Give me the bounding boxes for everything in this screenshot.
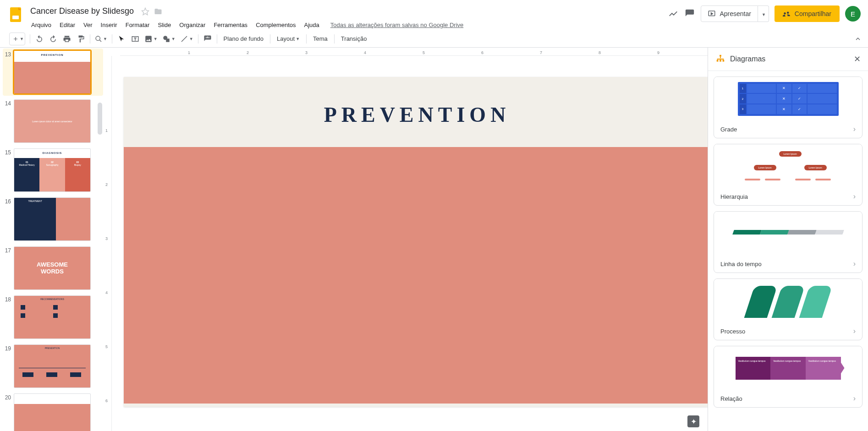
- present-button[interactable]: Apresentar: [701, 5, 758, 22]
- diagram-card-timeline[interactable]: Linha do tempo›: [714, 211, 863, 273]
- svg-rect-10: [720, 60, 721, 62]
- chevron-right-icon: ›: [853, 327, 856, 335]
- slide-stage[interactable]: PREVENTION ✦: [112, 56, 708, 431]
- present-dropdown[interactable]: ▼: [758, 5, 769, 22]
- filmstrip[interactable]: 13PREVENTION14Lorem ipsum dolor sit amet…: [0, 48, 104, 431]
- slide-thumb-16[interactable]: 16TREATMENT: [3, 197, 103, 241]
- canvas-area: 123456789 123456 PREVENTION ✦: [104, 48, 708, 431]
- menu-ver[interactable]: Ver: [80, 20, 96, 30]
- theme-button[interactable]: Tema: [309, 33, 331, 45]
- select-tool[interactable]: [115, 33, 128, 45]
- svg-rect-2: [12, 16, 19, 19]
- print-button[interactable]: [60, 33, 73, 45]
- menu-arquivo[interactable]: Arquivo: [27, 20, 55, 30]
- current-slide[interactable]: PREVENTION: [124, 77, 708, 407]
- new-slide-button[interactable]: ▼: [9, 33, 25, 45]
- menu-formatar[interactable]: Formatar: [122, 20, 154, 30]
- slide-thumb-17[interactable]: 17AWESOMEWORDS: [3, 246, 103, 290]
- title-area: Cancer Disease by Slidesgo Arquivo Edita…: [27, 4, 668, 30]
- app-header: Cancer Disease by Slidesgo Arquivo Edita…: [0, 0, 868, 30]
- menubar: Arquivo Editar Ver Inserir Formatar Slid…: [27, 20, 668, 30]
- zoom-button[interactable]: ▼: [93, 33, 109, 45]
- slide-thumb-15[interactable]: 15DIAGNOSIS01Medical History02Sonography…: [3, 148, 103, 192]
- chevron-right-icon: ›: [853, 394, 856, 403]
- doc-title[interactable]: Cancer Disease by Slidesgo: [27, 5, 137, 17]
- star-icon[interactable]: [141, 7, 149, 16]
- diagrams-icon: [715, 54, 725, 64]
- diagram-label: Processo: [720, 328, 745, 335]
- activity-icon[interactable]: [668, 8, 679, 19]
- layout-label: Layout: [277, 35, 295, 42]
- move-folder-icon[interactable]: [154, 7, 162, 16]
- diagrams-panel: Diagramas ✕ 1✕✓2✕✓3✕✓Grade›Lorem IpsumLo…: [708, 48, 868, 431]
- svg-rect-8: [720, 55, 721, 57]
- menu-organizar[interactable]: Organizar: [176, 20, 209, 30]
- svg-rect-11: [723, 60, 725, 62]
- share-button[interactable]: Compartilhar: [775, 5, 840, 22]
- slide-thumb-18[interactable]: 18RECOMMENDATIONS: [3, 295, 103, 339]
- background-button[interactable]: Plano de fundo: [220, 33, 267, 45]
- menu-complementos[interactable]: Complementos: [252, 20, 299, 30]
- diagram-card-process[interactable]: Processo›: [714, 278, 863, 340]
- chevron-right-icon: ›: [853, 192, 856, 201]
- svg-rect-7: [166, 38, 170, 42]
- slide-title[interactable]: PREVENTION: [124, 77, 708, 147]
- menu-editar[interactable]: Editar: [56, 20, 79, 30]
- chevron-right-icon: ›: [853, 125, 856, 133]
- menu-inserir[interactable]: Inserir: [97, 20, 121, 30]
- chevron-right-icon: ›: [853, 260, 856, 268]
- filmstrip-scrollbar[interactable]: [96, 48, 103, 431]
- diagram-label: Hierarquia: [720, 193, 748, 200]
- slide-thumb-19[interactable]: 19PREVENTION: [3, 344, 103, 388]
- image-tool[interactable]: ▼: [143, 33, 159, 45]
- ruler-vertical: 123456: [104, 56, 112, 431]
- diagram-label: Grade: [720, 126, 737, 133]
- comment-tool[interactable]: [201, 33, 214, 45]
- explore-fab[interactable]: ✦: [687, 415, 699, 427]
- shape-tool[interactable]: ▼: [160, 33, 177, 45]
- present-label: Apresentar: [720, 10, 751, 17]
- textbox-tool[interactable]: [129, 33, 142, 45]
- transition-button[interactable]: Transição: [337, 33, 371, 45]
- menu-ajuda[interactable]: Ajuda: [301, 20, 323, 30]
- slide-thumb-14[interactable]: 14Lorem ipsum dolor sit amet consectetur: [3, 99, 103, 143]
- undo-button[interactable]: [33, 33, 46, 45]
- toolbar: ▼ ▼ ▼ ▼ ▼ Plano de fundo Layout▼ Tema Tr…: [0, 30, 868, 48]
- svg-point-4: [96, 36, 100, 40]
- save-status[interactable]: Todas as alterações foram salvas no Goog…: [330, 20, 463, 30]
- menu-slide[interactable]: Slide: [154, 20, 175, 30]
- close-panel-icon[interactable]: ✕: [854, 54, 861, 64]
- diagram-card-relation[interactable]: Vestibulum congue tempusVestibulum congu…: [714, 346, 863, 408]
- redo-button[interactable]: [47, 33, 60, 45]
- slide-body[interactable]: [124, 147, 708, 404]
- slide-thumb-13[interactable]: 13PREVENTION: [3, 49, 103, 96]
- share-label: Compartilhar: [795, 10, 831, 17]
- layout-button[interactable]: Layout▼: [273, 33, 303, 45]
- svg-rect-9: [717, 60, 719, 62]
- header-actions: Apresentar ▼ Compartilhar E: [668, 4, 864, 22]
- comments-icon[interactable]: [684, 8, 695, 19]
- diagram-label: Relação: [720, 395, 742, 402]
- app-logo[interactable]: [7, 5, 26, 24]
- diagram-card-grade[interactable]: 1✕✓2✕✓3✕✓Grade›: [714, 76, 863, 138]
- account-avatar[interactable]: E: [845, 6, 861, 22]
- diagram-label: Linha do tempo: [720, 261, 762, 267]
- panel-title: Diagramas: [730, 55, 765, 63]
- paint-format-button[interactable]: [74, 33, 87, 45]
- line-tool[interactable]: ▼: [178, 33, 195, 45]
- slide-thumb-20[interactable]: 20: [3, 393, 103, 431]
- diagram-card-hier[interactable]: Lorem IpsumLorem IpsumLorem IpsumHierarq…: [714, 144, 863, 206]
- collapse-toolbar-icon[interactable]: [852, 33, 864, 45]
- ruler-horizontal: 123456789: [120, 48, 708, 56]
- menu-ferramentas[interactable]: Ferramentas: [210, 20, 251, 30]
